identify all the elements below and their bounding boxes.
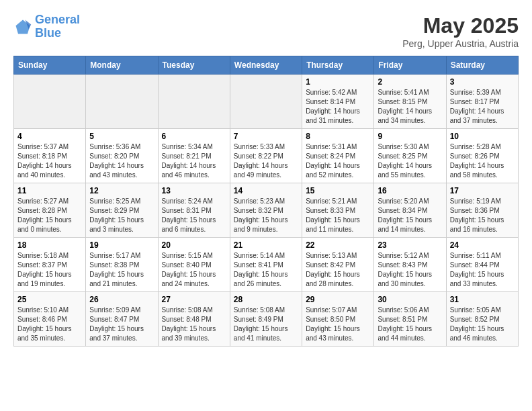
day-number: 6 <box>162 132 226 141</box>
calendar-title: May 2025 <box>402 13 519 38</box>
day-info: Sunrise: 5:18 AMSunset: 8:37 PMDaylight:… <box>17 251 82 289</box>
day-cell: 10Sunrise: 5:28 AMSunset: 8:26 PMDayligh… <box>446 129 518 183</box>
weekday-header-monday: Monday <box>86 56 158 75</box>
day-info: Sunrise: 5:20 AMSunset: 8:34 PMDaylight:… <box>378 197 442 234</box>
day-number: 25 <box>17 295 82 304</box>
week-row-5: 25Sunrise: 5:10 AMSunset: 8:46 PMDayligh… <box>14 292 519 347</box>
day-info: Sunrise: 5:08 AMSunset: 8:49 PMDaylight:… <box>234 306 298 343</box>
day-cell: 21Sunrise: 5:14 AMSunset: 8:41 PMDayligh… <box>230 238 302 292</box>
day-number: 28 <box>234 295 298 304</box>
day-cell: 30Sunrise: 5:06 AMSunset: 8:51 PMDayligh… <box>374 292 446 347</box>
day-info: Sunrise: 5:19 AMSunset: 8:36 PMDaylight:… <box>450 197 515 234</box>
day-number: 12 <box>89 186 154 195</box>
day-cell: 11Sunrise: 5:27 AMSunset: 8:28 PMDayligh… <box>14 183 86 238</box>
day-number: 3 <box>450 77 515 87</box>
day-number: 16 <box>378 186 442 195</box>
week-row-1: 1Sunrise: 5:42 AMSunset: 8:14 PMDaylight… <box>14 75 519 129</box>
calendar-table: SundayMondayTuesdayWednesdayThursdayFrid… <box>13 56 519 347</box>
day-number: 22 <box>306 240 370 250</box>
day-info: Sunrise: 5:21 AMSunset: 8:33 PMDaylight:… <box>306 197 370 234</box>
day-info: Sunrise: 5:34 AMSunset: 8:21 PMDaylight:… <box>162 142 226 180</box>
day-info: Sunrise: 5:23 AMSunset: 8:32 PMDaylight:… <box>234 197 298 234</box>
day-cell: 9Sunrise: 5:30 AMSunset: 8:25 PMDaylight… <box>374 129 446 183</box>
day-info: Sunrise: 5:31 AMSunset: 8:24 PMDaylight:… <box>306 142 370 180</box>
day-number: 31 <box>450 295 515 304</box>
day-cell: 8Sunrise: 5:31 AMSunset: 8:24 PMDaylight… <box>302 129 374 183</box>
day-cell: 7Sunrise: 5:33 AMSunset: 8:22 PMDaylight… <box>230 129 302 183</box>
day-info: Sunrise: 5:05 AMSunset: 8:52 PMDaylight:… <box>450 306 515 343</box>
day-info: Sunrise: 5:11 AMSunset: 8:44 PMDaylight:… <box>450 251 515 289</box>
day-cell <box>230 75 302 129</box>
day-number: 17 <box>450 186 515 195</box>
day-number: 21 <box>234 240 298 250</box>
day-info: Sunrise: 5:12 AMSunset: 8:43 PMDaylight:… <box>378 251 442 289</box>
page-header: General Blue May 2025 Perg, Upper Austri… <box>13 13 519 49</box>
logo-line1: General <box>35 13 80 26</box>
day-number: 4 <box>17 132 82 141</box>
day-info: Sunrise: 5:13 AMSunset: 8:42 PMDaylight:… <box>306 251 370 289</box>
day-number: 19 <box>89 240 154 250</box>
weekday-header-friday: Friday <box>374 56 446 75</box>
day-cell: 6Sunrise: 5:34 AMSunset: 8:21 PMDaylight… <box>158 129 230 183</box>
day-number: 11 <box>17 186 82 195</box>
week-row-2: 4Sunrise: 5:37 AMSunset: 8:18 PMDaylight… <box>14 129 519 183</box>
day-number: 9 <box>378 132 442 141</box>
day-info: Sunrise: 5:09 AMSunset: 8:47 PMDaylight:… <box>89 306 154 343</box>
day-number: 2 <box>378 77 442 87</box>
day-info: Sunrise: 5:36 AMSunset: 8:20 PMDaylight:… <box>89 142 154 180</box>
day-cell: 14Sunrise: 5:23 AMSunset: 8:32 PMDayligh… <box>230 183 302 238</box>
day-info: Sunrise: 5:39 AMSunset: 8:17 PMDaylight:… <box>450 88 515 126</box>
day-number: 29 <box>306 295 370 304</box>
day-cell: 24Sunrise: 5:11 AMSunset: 8:44 PMDayligh… <box>446 238 518 292</box>
day-number: 18 <box>17 240 82 250</box>
day-cell: 23Sunrise: 5:12 AMSunset: 8:43 PMDayligh… <box>374 238 446 292</box>
day-cell: 26Sunrise: 5:09 AMSunset: 8:47 PMDayligh… <box>86 292 158 347</box>
day-info: Sunrise: 5:41 AMSunset: 8:15 PMDaylight:… <box>378 88 442 126</box>
day-info: Sunrise: 5:25 AMSunset: 8:29 PMDaylight:… <box>89 197 154 234</box>
day-cell: 29Sunrise: 5:07 AMSunset: 8:50 PMDayligh… <box>302 292 374 347</box>
logo-line2: Blue <box>35 26 61 40</box>
day-cell: 16Sunrise: 5:20 AMSunset: 8:34 PMDayligh… <box>374 183 446 238</box>
day-info: Sunrise: 5:33 AMSunset: 8:22 PMDaylight:… <box>234 142 298 180</box>
day-cell: 3Sunrise: 5:39 AMSunset: 8:17 PMDaylight… <box>446 75 518 129</box>
day-cell: 4Sunrise: 5:37 AMSunset: 8:18 PMDaylight… <box>14 129 86 183</box>
day-info: Sunrise: 5:37 AMSunset: 8:18 PMDaylight:… <box>17 142 82 180</box>
day-number: 8 <box>306 132 370 141</box>
title-block: May 2025 Perg, Upper Austria, Austria <box>402 13 519 49</box>
day-info: Sunrise: 5:06 AMSunset: 8:51 PMDaylight:… <box>378 306 442 343</box>
day-number: 20 <box>162 240 226 250</box>
week-row-3: 11Sunrise: 5:27 AMSunset: 8:28 PMDayligh… <box>14 183 519 238</box>
day-cell <box>14 75 86 129</box>
day-cell: 28Sunrise: 5:08 AMSunset: 8:49 PMDayligh… <box>230 292 302 347</box>
day-number: 1 <box>306 77 370 87</box>
day-cell: 27Sunrise: 5:08 AMSunset: 8:48 PMDayligh… <box>158 292 230 347</box>
day-number: 27 <box>162 295 226 304</box>
day-cell: 15Sunrise: 5:21 AMSunset: 8:33 PMDayligh… <box>302 183 374 238</box>
logo: General Blue <box>13 13 80 40</box>
day-number: 5 <box>89 132 154 141</box>
week-row-4: 18Sunrise: 5:18 AMSunset: 8:37 PMDayligh… <box>14 238 519 292</box>
day-cell: 1Sunrise: 5:42 AMSunset: 8:14 PMDaylight… <box>302 75 374 129</box>
weekday-header-tuesday: Tuesday <box>158 56 230 75</box>
day-number: 23 <box>378 240 442 250</box>
weekday-header-row: SundayMondayTuesdayWednesdayThursdayFrid… <box>14 56 519 75</box>
day-number: 13 <box>162 186 226 195</box>
day-number: 24 <box>450 240 515 250</box>
day-number: 15 <box>306 186 370 195</box>
day-cell: 19Sunrise: 5:17 AMSunset: 8:38 PMDayligh… <box>86 238 158 292</box>
day-info: Sunrise: 5:14 AMSunset: 8:41 PMDaylight:… <box>234 251 298 289</box>
day-info: Sunrise: 5:07 AMSunset: 8:50 PMDaylight:… <box>306 306 370 343</box>
day-info: Sunrise: 5:28 AMSunset: 8:26 PMDaylight:… <box>450 142 515 180</box>
day-cell: 22Sunrise: 5:13 AMSunset: 8:42 PMDayligh… <box>302 238 374 292</box>
day-cell: 12Sunrise: 5:25 AMSunset: 8:29 PMDayligh… <box>86 183 158 238</box>
weekday-header-saturday: Saturday <box>446 56 518 75</box>
day-info: Sunrise: 5:17 AMSunset: 8:38 PMDaylight:… <box>89 251 154 289</box>
day-cell <box>86 75 158 129</box>
weekday-header-sunday: Sunday <box>14 56 86 75</box>
day-cell: 25Sunrise: 5:10 AMSunset: 8:46 PMDayligh… <box>14 292 86 347</box>
day-cell <box>158 75 230 129</box>
day-number: 14 <box>234 186 298 195</box>
weekday-header-wednesday: Wednesday <box>230 56 302 75</box>
day-cell: 31Sunrise: 5:05 AMSunset: 8:52 PMDayligh… <box>446 292 518 347</box>
day-info: Sunrise: 5:27 AMSunset: 8:28 PMDaylight:… <box>17 197 82 234</box>
